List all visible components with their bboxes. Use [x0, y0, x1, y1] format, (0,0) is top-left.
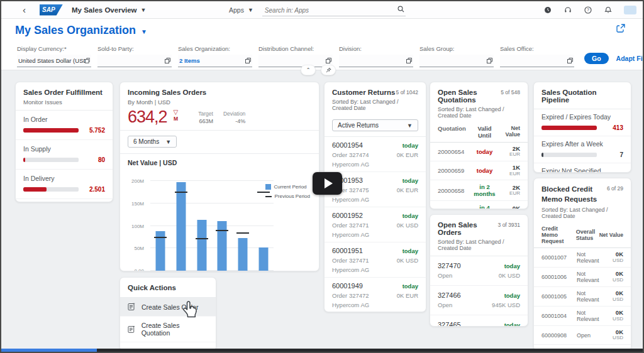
adapt-filters-link[interactable]: Adapt Filters (2) — [616, 55, 644, 62]
chart-column[interactable]: November — [212, 176, 233, 271]
filter-division: Division: — [339, 45, 413, 67]
filter-label: Division: — [339, 45, 413, 52]
chart-y-axis: 0,0050M100M150M200M — [128, 176, 148, 271]
kpi-deviation: Deviation -4% — [223, 111, 245, 124]
filter-label: Sales Office: — [500, 45, 574, 52]
table-row[interactable]: 60001006 Not Relevant 0KUSD — [534, 268, 631, 287]
value-help-icon[interactable] — [487, 58, 492, 63]
division-input[interactable] — [339, 55, 413, 67]
kpi-in-invoice[interactable]: In Invoice 1.282 — [16, 199, 113, 202]
chevron-down-icon: ▼ — [141, 7, 147, 13]
card-sorted-by: Sorted By: Last Changed / Created Date — [332, 99, 418, 111]
kpi-in-order[interactable]: In Order 5.752 — [16, 111, 113, 140]
search-scope-dropdown[interactable]: Apps ▼ — [229, 6, 253, 14]
value-help-icon[interactable] — [165, 58, 170, 63]
table-row[interactable]: 60001005 Not Relevant 0KUSD — [534, 287, 631, 307]
table-row[interactable]: 20000654 today 2KEUR — [430, 143, 528, 161]
card-sales-order-fulfillment[interactable]: Sales Order Fulfillment Monitor Issues I… — [15, 82, 113, 202]
returns-filter-select[interactable]: Active Returns ▼ — [332, 119, 418, 131]
value-help-icon[interactable] — [245, 58, 251, 63]
return-item[interactable]: 60001952today Order 3274710K USD Hyperco… — [325, 207, 426, 242]
video-progress-bar[interactable] — [1, 349, 643, 352]
sales-organization-input[interactable]: 2 Items — [178, 55, 252, 67]
card-blocked-credit-memo-requests[interactable]: 6 of 29Blocked Credit Memo Requests Sort… — [533, 178, 631, 351]
shell-bar: ‹ SAP My Sales Overview ▼ Apps ▼ — [1, 1, 643, 19]
sales-office-input[interactable] — [500, 55, 574, 67]
value-help-icon[interactable] — [326, 58, 331, 63]
table-row[interactable]: 20000659 today 1KEUR — [430, 161, 528, 180]
filter-sales-organization: Sales Organization: 2 Items — [178, 45, 252, 67]
order-item[interactable]: 327470today Open0K USD — [430, 256, 528, 286]
return-item[interactable]: 60001951today Order 3274710K USD Hyperco… — [325, 242, 426, 278]
filter-sold-to-party: Sold-to Party: — [97, 45, 172, 67]
chevron-down-icon: ▼ — [165, 139, 171, 145]
card-open-sales-orders[interactable]: 3 of 3931Open Sales Orders Sorted By: La… — [430, 214, 528, 327]
display-currency-input[interactable]: United States Dollar (USD) — [17, 55, 91, 67]
card-sales-quotation-pipeline[interactable]: Sales Quotation Pipeline Expired / Expir… — [533, 82, 631, 173]
table-row[interactable]: 60001004 Not Relevant 0KUSD — [534, 307, 631, 326]
card-customer-returns[interactable]: 5 of 1042Customer Returns Sorted By: Las… — [324, 82, 426, 312]
period-select[interactable]: 6 Months ▼ — [128, 136, 177, 148]
order-item[interactable]: 327465today Open122K USD — [430, 315, 528, 327]
order-item[interactable]: 327466today Open945K USD — [430, 286, 528, 315]
action-create-sales-quotation[interactable]: Create Sales Quotation — [120, 317, 216, 342]
page-title-menu[interactable]: My Sales Organization ▼ — [15, 24, 147, 37]
value-help-icon[interactable] — [406, 58, 412, 63]
chart-column[interactable]: December — [233, 176, 253, 271]
filter-distribution-channel: Distribution Channel: — [258, 45, 333, 67]
kpi-in-supply[interactable]: In Supply 80 — [16, 140, 113, 170]
search-icon[interactable] — [397, 6, 404, 13]
user-avatar[interactable] — [624, 6, 636, 14]
share-icon[interactable] — [616, 24, 625, 33]
card-sorted-by: Sorted By: Last Changed / Created Date — [541, 207, 623, 219]
activities-icon[interactable] — [543, 6, 552, 14]
dashboard-content: Sales Order Fulfillment Monitor Issues I… — [1, 70, 643, 349]
help-icon[interactable]: ? — [584, 6, 592, 14]
table-row[interactable]: 60001007 Not Relevant 0KUSD — [534, 248, 631, 268]
search-input[interactable] — [262, 5, 406, 16]
sold-to-party-input[interactable] — [97, 55, 172, 67]
action-create-sales-order[interactable]: Create Sales Order — [120, 298, 216, 317]
kpi-in-delivery[interactable]: In Delivery 2.501 — [16, 170, 113, 199]
chevron-down-icon: ▼ — [248, 7, 253, 13]
support-headset-icon[interactable] — [564, 6, 572, 14]
pipeline-expiry-not-specified[interactable]: Expiry Not Specified 128 — [534, 163, 631, 173]
chart-plot: AugustSeptemberOctoberNovemberDecemberJa… — [150, 176, 274, 271]
app-title-menu[interactable]: My Sales Overview ▼ — [72, 6, 146, 14]
table-row[interactable]: 20000664 in 4 weeks 0KEUR — [430, 201, 528, 209]
card-open-sales-quotations[interactable]: 5 of 548Open Sales Quotations Sorted By:… — [430, 82, 528, 209]
value-help-icon[interactable] — [85, 58, 90, 63]
sap-logo[interactable]: SAP — [40, 4, 63, 16]
sales-group-input[interactable] — [419, 55, 494, 67]
filter-label: Display Currency:* — [17, 45, 91, 52]
table-row[interactable]: 20000658 in 2 months 2KEUR — [430, 180, 528, 201]
pipeline-expired-today[interactable]: Expired / Expires Today 413 — [534, 109, 631, 136]
kpi-value: 634,2 — [128, 109, 167, 126]
pin-header-button[interactable] — [321, 65, 336, 75]
trend-down-icon: ▽ M — [174, 109, 179, 122]
collapse-header-button[interactable]: ⌃ — [301, 65, 316, 75]
chart-column[interactable]: September — [171, 176, 192, 271]
notifications-bell-icon[interactable] — [604, 6, 612, 14]
value-help-icon[interactable] — [567, 58, 573, 63]
header-controls: ⌃ — [301, 65, 336, 75]
filter-label: Sales Organization: — [178, 45, 252, 52]
go-button[interactable]: Go — [584, 53, 609, 64]
video-play-button[interactable] — [313, 172, 342, 195]
card-title: 3 of 3931Open Sales Orders — [438, 221, 520, 236]
card-quick-actions[interactable]: Quick Actions Create Sales Order Create … — [119, 277, 216, 351]
chart-column[interactable]: August — [150, 176, 171, 271]
card-incoming-sales-orders[interactable]: Incoming Sales Orders By Month | USD 634… — [119, 82, 319, 271]
filter-actions: Go Adapt Filters (2) — [584, 53, 644, 64]
filter-label: Distribution Channel: — [258, 45, 333, 52]
card-title: 6 of 29Blocked Credit Memo Requests — [541, 185, 623, 204]
back-icon[interactable]: ‹ — [23, 5, 26, 14]
table-row[interactable]: 60000908 Open 0KUSD — [534, 326, 631, 345]
return-item[interactable]: 60001954today Order 3274740K EUR Hyperco… — [325, 137, 426, 172]
chart-column[interactable]: October — [191, 176, 212, 271]
return-item[interactable]: 60001949today Order 3274720K EUR Hyperco… — [325, 278, 426, 312]
play-icon — [325, 178, 333, 188]
app-window: ‹ SAP My Sales Overview ▼ Apps ▼ — [0, 0, 644, 353]
card-count: 3 of 3931 — [498, 222, 520, 228]
pipeline-expires-after-week[interactable]: Expires After a Week 7 — [534, 136, 631, 163]
